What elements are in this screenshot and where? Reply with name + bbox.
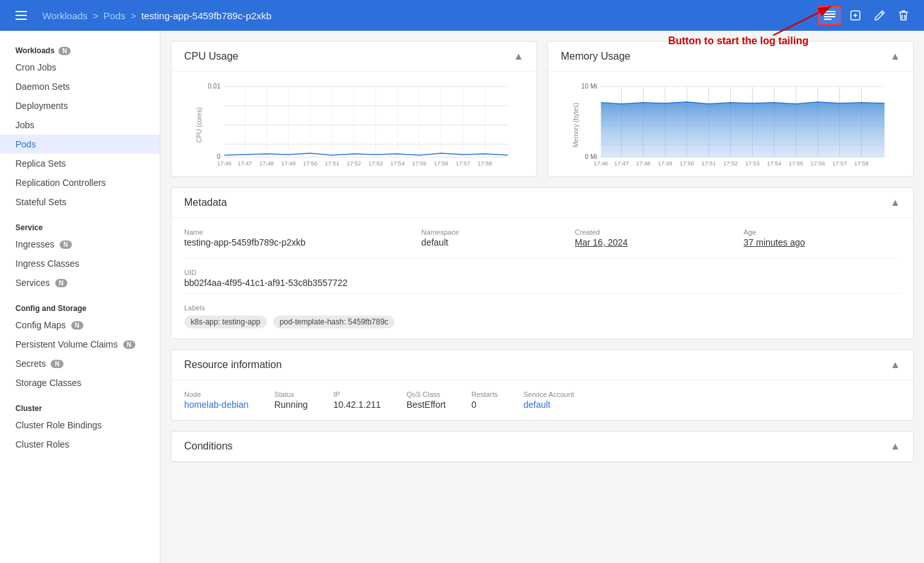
resource-restarts: Restarts 0 — [472, 391, 498, 410]
resource-restarts-label: Restarts — [472, 391, 498, 398]
sidebar-item-pvc[interactable]: Persistent Volume Claims N — [0, 335, 160, 354]
sidebar-item-cluster-roles[interactable]: Cluster Roles — [0, 435, 160, 454]
resource-service-account-value[interactable]: default — [524, 399, 574, 410]
resource-info-collapse-icon[interactable]: ▲ — [890, 359, 900, 371]
memory-collapse-icon[interactable]: ▲ — [890, 51, 900, 62]
metadata-namespace-value: default — [422, 237, 554, 248]
metadata-created: Created Mar 16, 2024 — [575, 228, 723, 248]
conditions-card: Conditions ▲ — [171, 431, 914, 462]
metadata-labels-label: Labels — [184, 296, 900, 312]
svg-text:17:57: 17:57 — [832, 160, 847, 167]
metadata-collapse-icon[interactable]: ▲ — [890, 197, 900, 208]
services-badge: N — [55, 279, 67, 287]
sidebar-item-secrets[interactable]: Secrets N — [0, 354, 160, 373]
ingresses-badge: N — [60, 240, 72, 249]
metadata-card-header: Metadata ▲ — [171, 188, 913, 218]
metadata-name-value: testing-app-5459fb789c-p2xkb — [184, 237, 401, 248]
sidebar-item-stateful-sets[interactable]: Stateful Sets — [0, 192, 160, 212]
menu-button[interactable] — [10, 6, 32, 25]
memory-chart-svg: Memory (bytes) 10 Mi 0 Mi — [558, 77, 903, 167]
svg-rect-3 — [824, 11, 835, 12]
resource-service-account: Service Account default — [524, 391, 574, 410]
sidebar-item-replication-controllers[interactable]: Replication Controllers — [0, 173, 160, 192]
svg-rect-6 — [824, 19, 832, 20]
metadata-uid-label: UID — [184, 261, 900, 276]
svg-text:17:51: 17:51 — [325, 160, 339, 167]
attach-button[interactable] — [844, 6, 866, 25]
svg-text:17:50: 17:50 — [680, 160, 694, 167]
metadata-label-tags: k8s-app: testing-app pod-template-hash: … — [184, 315, 900, 328]
sidebar-item-cron-jobs[interactable]: Cron Jobs — [0, 58, 160, 77]
resource-node-value[interactable]: homelab-debian — [184, 399, 248, 410]
sidebar-item-services[interactable]: Services N — [0, 273, 160, 292]
resource-status-value: Running — [274, 399, 307, 410]
breadcrumb-current: testing-app-5459fb789c-p2xkb — [141, 10, 271, 21]
sidebar-item-cluster-role-bindings[interactable]: Cluster Role Bindings — [0, 416, 160, 435]
svg-text:17:47: 17:47 — [614, 160, 629, 167]
sidebar-section-workloads: Workloads N Cron Jobs Daemon Sets Deploy… — [0, 41, 160, 212]
delete-button[interactable] — [893, 6, 914, 25]
svg-text:17:55: 17:55 — [412, 160, 427, 167]
config-storage-section-label: Config and Storage — [15, 304, 87, 313]
svg-text:17:58: 17:58 — [854, 160, 869, 167]
metadata-uid-row: UID bb02f4aa-4f95-41c1-af91-53c8b3557722 — [171, 258, 913, 293]
memory-chart-title: Memory Usage — [561, 51, 630, 62]
sidebar: Workloads N Cron Jobs Daemon Sets Deploy… — [0, 31, 160, 563]
sidebar-item-daemon-sets[interactable]: Daemon Sets — [0, 77, 160, 96]
svg-text:17:53: 17:53 — [368, 160, 383, 167]
breadcrumb-workloads[interactable]: Workloads — [42, 10, 88, 21]
metadata-age: Age 37 minutes ago — [744, 228, 900, 248]
svg-rect-0 — [15, 11, 27, 12]
resource-grid: Node homelab-debian Status Running IP 10… — [171, 380, 913, 420]
svg-text:17:54: 17:54 — [390, 160, 405, 167]
resource-qos: QoS Class BestEffort — [407, 391, 446, 410]
sidebar-item-ingresses[interactable]: Ingresses N — [0, 235, 160, 254]
metadata-title: Metadata — [184, 197, 227, 208]
resource-ip: IP 10.42.1.211 — [334, 391, 381, 410]
resource-node-label: Node — [184, 391, 248, 398]
svg-marker-56 — [601, 102, 885, 157]
metadata-age-value: 37 minutes ago — [744, 237, 900, 248]
sidebar-section-config-storage: Config and Storage Config Maps N Persist… — [0, 298, 160, 392]
memory-y-min: 0 Mi — [585, 153, 597, 160]
app-layout: Workloads N Cron Jobs Daemon Sets Deploy… — [0, 31, 924, 563]
sidebar-item-deployments[interactable]: Deployments — [0, 96, 160, 115]
cpu-y-min: 0 — [217, 153, 221, 160]
svg-text:17:49: 17:49 — [281, 160, 296, 167]
memory-chart-header: Memory Usage ▲ — [548, 42, 913, 72]
sidebar-item-pods[interactable]: Pods — [0, 135, 160, 154]
sidebar-item-replica-sets[interactable]: Replica Sets — [0, 154, 160, 173]
metadata-labels-row: Labels k8s-app: testing-app pod-template… — [171, 294, 913, 339]
resource-info-card: Resource information ▲ Node homelab-debi… — [171, 349, 914, 421]
cpu-collapse-icon[interactable]: ▲ — [513, 51, 524, 62]
conditions-collapse-icon[interactable]: ▲ — [890, 441, 900, 452]
breadcrumb-pods[interactable]: Pods — [103, 10, 125, 21]
svg-text:17:54: 17:54 — [767, 160, 782, 167]
sidebar-item-storage-classes[interactable]: Storage Classes — [0, 373, 160, 392]
sidebar-item-config-maps[interactable]: Config Maps N — [0, 315, 160, 335]
label-tag-1: pod-template-hash: 5459fb789c — [273, 315, 395, 328]
svg-text:17:50: 17:50 — [303, 160, 318, 167]
cpu-chart-svg: CPU (cores) 0.01 0 — [182, 77, 526, 167]
memory-y-max: 10 Mi — [581, 83, 597, 90]
sidebar-item-jobs[interactable]: Jobs — [0, 115, 160, 135]
metadata-namespace: Namespace default — [422, 228, 554, 248]
metadata-name-label: Name — [184, 228, 401, 236]
memory-chart-container: Memory (bytes) 10 Mi 0 Mi — [548, 72, 913, 176]
sidebar-item-ingress-classes[interactable]: Ingress Classes — [0, 254, 160, 273]
label-tag-0: k8s-app: testing-app — [184, 315, 267, 328]
svg-text:17:46: 17:46 — [594, 160, 608, 167]
cpu-y-label: CPU (cores) — [196, 107, 203, 142]
conditions-header: Conditions ▲ — [171, 432, 913, 462]
memory-y-label: Memory (bytes) — [572, 103, 579, 147]
svg-text:17:56: 17:56 — [810, 160, 825, 167]
metadata-namespace-label: Namespace — [422, 228, 554, 236]
svg-rect-4 — [824, 13, 835, 15]
log-tailing-button[interactable] — [817, 6, 842, 25]
svg-text:17:52: 17:52 — [346, 160, 361, 167]
breadcrumb-sep1: > — [93, 10, 99, 21]
sidebar-section-cluster: Cluster Cluster Role Bindings Cluster Ro… — [0, 398, 160, 454]
edit-button[interactable] — [869, 6, 891, 25]
resource-node: Node homelab-debian — [184, 391, 248, 410]
svg-text:17:57: 17:57 — [456, 160, 470, 167]
